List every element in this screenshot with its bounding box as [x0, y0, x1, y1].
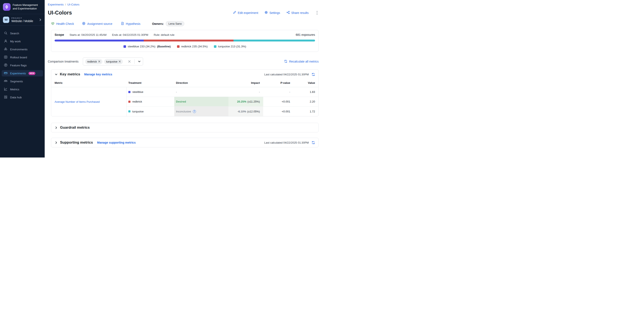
pencil-icon — [233, 11, 236, 15]
sidebar-item-environments[interactable]: Environments — [2, 46, 43, 52]
scope-ends: Ends at: 04/22/2025 01:30PM — [112, 33, 148, 36]
distribution-segment-steelblue — [54, 39, 144, 41]
sidebar-item-my-work[interactable]: My work — [2, 38, 43, 44]
hypothesis-link[interactable]: Hypothesis — [121, 22, 140, 26]
remove-chip-icon[interactable] — [119, 60, 121, 63]
question-circle-icon[interactable]: ? — [193, 110, 196, 113]
pvalue-cell: <0.001 — [263, 107, 294, 116]
col-header-impact: Impact — [228, 79, 263, 87]
pvalue-cell: - — [263, 87, 294, 97]
settings-button[interactable]: Settings — [264, 11, 280, 15]
refresh-icon[interactable] — [312, 73, 315, 76]
value-cell: 1.83 — [294, 87, 318, 97]
metric-name-cell: Average Number of Items Purchased — [51, 87, 127, 116]
clear-selection-icon[interactable] — [128, 60, 131, 63]
key-metrics-title: Key metrics — [60, 72, 80, 76]
scope-starts: Starts at: 04/20/2025 11:45AM — [70, 33, 106, 36]
turquoise-square — [128, 110, 130, 112]
sidebar-item-rollout-board[interactable]: Rollout board — [2, 54, 43, 60]
turquoise-swatch — [214, 45, 216, 48]
direction-cell: - — [174, 87, 228, 97]
sidebar-item-metrics[interactable]: Metrics — [2, 86, 43, 92]
impact-cell: 20.25%(±11.25%) — [228, 97, 263, 107]
sidebar-item-search[interactable]: Search — [2, 30, 43, 36]
direction-cell: Inconclusive? — [174, 107, 228, 116]
chip-redbrick[interactable]: redbrick — [85, 59, 102, 64]
breadcrumb: Experiments / UI-Colors — [48, 3, 319, 6]
edit-experiment-button[interactable]: Edit experiment — [233, 11, 258, 15]
treatment-cell: redbrick — [127, 97, 174, 107]
flag-circle-icon — [4, 63, 8, 68]
steelblue-swatch — [124, 45, 126, 48]
hexagons-icon — [4, 47, 8, 52]
chevron-right-icon — [39, 18, 42, 21]
baseline-tag: (Baseline) — [157, 45, 171, 48]
sidebar-item-experiments[interactable]: Experiments NEW — [2, 70, 43, 76]
expand-chevron-icon[interactable] — [54, 126, 58, 129]
metric-link[interactable]: Average Number of Items Purchased — [54, 100, 100, 103]
page-title: UI-Colors — [48, 10, 72, 16]
document-icon — [121, 22, 124, 26]
impact-cell: - — [228, 87, 263, 97]
col-header-pvalue: P-value — [263, 79, 294, 87]
last-calculated-text: Last calculated 04/22/2025 01:30PM — [264, 73, 309, 76]
sidebar-item-data-hub[interactable]: Data hub — [2, 94, 43, 100]
guardrail-metrics-title: Guardrail metrics — [60, 125, 90, 130]
exposures-count: 681 exposures — [296, 33, 315, 36]
app-header: Feature Management and Experimentation — [0, 0, 45, 14]
recalculate-all-metrics-button[interactable]: Recalculate all metrics — [284, 60, 319, 64]
remove-chip-icon[interactable] — [98, 60, 100, 63]
refresh-icon[interactable] — [312, 141, 315, 144]
value-cell: 1.72 — [294, 107, 318, 116]
sidebar-item-segments[interactable]: Segments — [2, 78, 43, 84]
user-icon — [4, 39, 8, 43]
people-icon — [4, 79, 8, 84]
chevron-down-icon[interactable] — [138, 60, 141, 63]
sidebar-item-feature-flags[interactable]: Feature flags — [2, 62, 43, 68]
breadcrumb-separator: / — [65, 3, 66, 6]
app-title: Feature Management and Experimentation — [13, 3, 42, 10]
select-divider — [134, 59, 135, 64]
more-options-button[interactable] — [316, 10, 319, 15]
redbrick-swatch — [177, 45, 180, 48]
app-window: Feature Management and Experimentation W… — [0, 0, 322, 157]
legend-item-redbrick: redbrick 235 (34.5%) — [177, 45, 208, 48]
manage-key-metrics-link[interactable]: Manage key metrics — [84, 73, 112, 76]
treatment-distribution-bar — [54, 39, 315, 41]
direction-cell: Desired — [174, 97, 228, 107]
project-switcher[interactable]: W/ PROJECT Website / Mobile — [0, 14, 45, 26]
project-badge: W/ — [3, 17, 9, 23]
col-header-direction: Direction — [174, 79, 228, 87]
key-metrics-card: Key metrics Manage key metrics Last calc… — [51, 69, 319, 116]
comparison-label: Comparison treatments — [48, 60, 78, 63]
legend-item-steelblue: steelblue 233 (34.2%) (Baseline) — [124, 45, 171, 48]
pvalue-cell: <0.001 — [263, 97, 294, 107]
project-label: PROJECT — [12, 17, 33, 19]
breadcrumb-current-link[interactable]: UI-Colors — [68, 3, 80, 6]
new-badge: NEW — [28, 72, 36, 75]
expand-chevron-icon[interactable] — [54, 141, 58, 144]
manage-supporting-metrics-link[interactable]: Manage supporting metrics — [97, 141, 136, 144]
health-check-link[interactable]: Health Check — [51, 22, 74, 26]
main-content: Experiments / UI-Colors UI-Colors Edit e… — [45, 0, 322, 157]
collapse-chevron-icon[interactable] — [54, 73, 58, 76]
last-calculated-text: Last calculated 04/22/2025 01:30PM — [264, 141, 309, 144]
gear-icon — [264, 11, 268, 15]
owner-pill[interactable]: Lena Sano — [166, 21, 184, 26]
breadcrumb-experiments-link[interactable]: Experiments — [48, 3, 64, 6]
project-name: Website / Mobile — [12, 19, 33, 23]
chip-turquoise[interactable]: turquoise — [104, 59, 123, 64]
scope-card: Scope Starts at: 04/20/2025 11:45AM Ends… — [51, 30, 319, 52]
col-header-value: Value — [294, 79, 318, 87]
sidebar: Feature Management and Experimentation W… — [0, 0, 45, 157]
share-results-button[interactable]: Share results — [286, 11, 308, 15]
treatment-cell: steelblue — [127, 87, 174, 97]
refresh-icon — [284, 60, 288, 64]
scope-rule: Rule: default rule — [154, 33, 174, 36]
treatments-select[interactable]: redbrick turquoise — [83, 57, 143, 65]
redbrick-square — [128, 101, 130, 103]
ruler-icon — [4, 71, 8, 76]
owners: Owners: Lena Sano — [152, 21, 184, 26]
assignment-source-link[interactable]: Assignment source — [82, 22, 112, 26]
bullseye-icon — [82, 22, 86, 26]
